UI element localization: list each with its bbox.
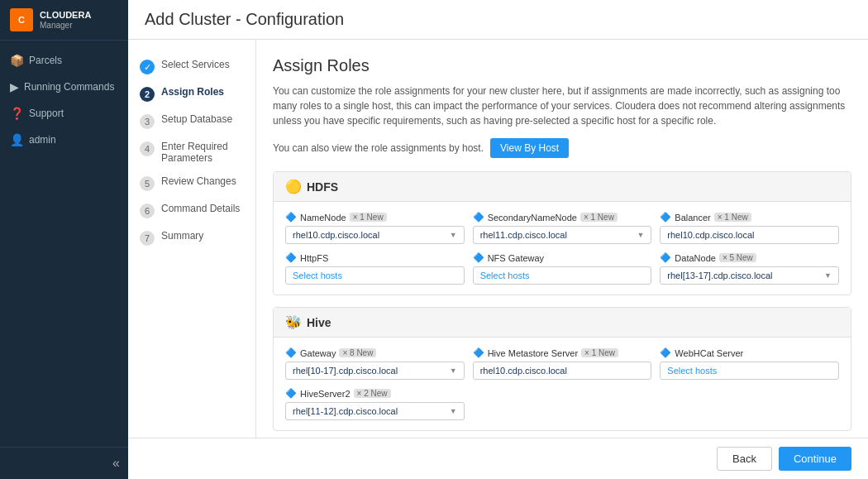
sidebar-item-parcels-label: Parcels	[29, 55, 62, 66]
role-input-0-0[interactable]: rhel10.cdp.cisco.local▼	[285, 226, 465, 244]
role-value-text-1-1: rhel10.cdp.cisco.local	[480, 366, 567, 376]
role-item-0-1: 🔷SecondaryNameNode× 1 Newrhel11.cdp.cisc…	[473, 212, 652, 244]
service-header-1: 🐝 Hive	[274, 308, 851, 338]
role-value-text-0-1: rhel11.cdp.cisco.local	[480, 230, 567, 240]
role-type-icon-0-1: 🔷	[473, 212, 484, 223]
sidebar-item-admin-label: admin	[29, 134, 56, 146]
role-count-0-5: × 5 New	[719, 253, 756, 262]
role-input-1-0[interactable]: rhel[10-17].cdp.cisco.local▼	[285, 362, 465, 380]
role-name-text-1-3: HiveServer2	[300, 389, 351, 399]
running-commands-icon: ▶	[10, 80, 19, 93]
role-placeholder-0-4: Select hosts	[480, 271, 530, 280]
page-header: Add Cluster - Configuration	[128, 0, 868, 40]
role-name-text-1-0: Gateway	[300, 348, 336, 358]
sidebar-item-support-label: Support	[29, 108, 64, 119]
role-type-icon-0-3: 🔷	[285, 252, 297, 263]
main-panel: Assign RolesYou can customize the role a…	[256, 40, 868, 438]
wizard-step-3[interactable]: 4Enter Required Parameters	[128, 135, 255, 170]
role-value-text-0-2: rhel10.cdp.cisco.local	[667, 230, 754, 240]
wizard-step-6[interactable]: 7Summary	[128, 224, 255, 251]
role-input-0-2[interactable]: rhel10.cdp.cisco.local	[660, 226, 839, 244]
service-body-0: 🔷NameNode× 1 Newrhel10.cdp.cisco.local▼🔷…	[274, 202, 851, 295]
view-host-line: You can also view the role assignments b…	[273, 138, 851, 158]
role-placeholder-0-3: Select hosts	[293, 271, 342, 280]
sidebar-item-admin[interactable]: 👤 admin	[0, 127, 128, 153]
service-icon-1: 🐝	[285, 314, 302, 330]
role-item-0-4: 🔷NFS GatewaySelect hosts	[473, 252, 652, 285]
step-label-2: Setup Database	[161, 113, 232, 125]
role-type-icon-0-4: 🔷	[473, 252, 484, 263]
continue-button[interactable]: Continue	[779, 447, 851, 471]
step-number-0: ✓	[140, 60, 155, 74]
service-name-1: Hive	[307, 316, 331, 329]
service-name-0: HDFS	[307, 180, 338, 194]
role-input-0-4[interactable]: Select hosts	[473, 266, 652, 285]
wizard-step-5[interactable]: 6Command Details	[128, 197, 255, 224]
service-header-0: 🟡 HDFS	[274, 172, 851, 202]
sidebar-item-support[interactable]: ❓ Support	[0, 100, 128, 127]
role-item-1-4	[473, 388, 652, 420]
step-number-3: 4	[140, 141, 155, 156]
role-placeholder-1-2: Select hosts	[667, 366, 717, 376]
role-input-0-3[interactable]: Select hosts	[285, 266, 465, 285]
role-value-text-1-3: rhel[11-12].cdp.cisco.local	[293, 406, 398, 416]
wizard-step-2[interactable]: 3Setup Database	[128, 108, 255, 135]
role-count-0-1: × 1 New	[580, 213, 618, 222]
role-name-text-0-0: NameNode	[300, 213, 346, 223]
role-item-0-2: 🔷Balancer× 1 Newrhel10.cdp.cisco.local	[660, 212, 839, 244]
role-input-0-1[interactable]: rhel11.cdp.cisco.local▼	[473, 226, 652, 244]
role-value-text-0-5: rhel[13-17].cdp.cisco.local	[667, 271, 772, 280]
support-icon: ❓	[10, 107, 24, 120]
role-type-icon-1-3: 🔷	[285, 388, 297, 399]
role-count-0-0: × 1 New	[350, 213, 387, 222]
role-item-0-0: 🔷NameNode× 1 Newrhel10.cdp.cisco.local▼	[285, 212, 465, 244]
role-count-1-1: × 1 New	[581, 348, 618, 357]
role-label-0-1: 🔷SecondaryNameNode× 1 New	[473, 212, 652, 223]
sidebar-item-parcels[interactable]: 📦 Parcels	[0, 47, 128, 74]
wizard-step-0[interactable]: ✓Select Services	[128, 53, 255, 80]
dropdown-arrow-0-5: ▼	[824, 271, 832, 280]
wizard-steps: ✓Select Services2Assign Roles3Setup Data…	[128, 40, 256, 438]
role-count-0-2: × 1 New	[714, 213, 751, 222]
step-number-1: 2	[140, 87, 155, 102]
role-item-1-0: 🔷Gateway× 8 Newrhel[10-17].cdp.cisco.loc…	[285, 347, 465, 380]
role-label-1-0: 🔷Gateway× 8 New	[285, 347, 465, 358]
role-input-1-1[interactable]: rhel10.cdp.cisco.local	[473, 362, 652, 380]
step-number-2: 3	[140, 114, 155, 129]
sidebar-item-running-commands-label: Running Commands	[24, 81, 114, 93]
dropdown-arrow-1-3: ▼	[450, 407, 457, 415]
role-count-1-3: × 2 New	[354, 389, 391, 398]
step-label-6: Summary	[161, 230, 203, 242]
service-icon-0: 🟡	[285, 179, 302, 194]
logo-title: CLOUDERA	[40, 10, 91, 21]
role-item-1-1: 🔷Hive Metastore Server× 1 Newrhel10.cdp.…	[473, 347, 652, 380]
step-label-5: Command Details	[161, 203, 240, 214]
service-section-hdfs: 🟡 HDFS🔷NameNode× 1 Newrhel10.cdp.cisco.l…	[273, 171, 851, 295]
step-label-1: Assign Roles	[161, 86, 224, 98]
sidebar-item-running-commands[interactable]: ▶ Running Commands	[0, 74, 128, 100]
role-item-1-2: 🔷WebHCat ServerSelect hosts	[660, 347, 839, 380]
view-by-host-button[interactable]: View By Host	[490, 138, 569, 158]
wizard-step-1[interactable]: 2Assign Roles	[128, 80, 255, 108]
role-input-1-3[interactable]: rhel[11-12].cdp.cisco.local▼	[285, 402, 465, 420]
role-label-1-1: 🔷Hive Metastore Server× 1 New	[473, 347, 652, 358]
role-label-0-4: 🔷NFS Gateway	[473, 252, 652, 263]
role-label-0-0: 🔷NameNode× 1 New	[285, 212, 465, 223]
role-label-1-2: 🔷WebHCat Server	[660, 347, 839, 358]
role-name-text-1-1: Hive Metastore Server	[488, 348, 578, 358]
role-type-icon-1-0: 🔷	[285, 347, 297, 358]
role-type-icon-1-1: 🔷	[473, 347, 484, 358]
role-label-0-3: 🔷HttpFS	[285, 252, 465, 263]
role-input-1-2[interactable]: Select hosts	[660, 362, 839, 380]
step-label-4: Review Changes	[161, 175, 236, 187]
role-type-icon-0-2: 🔷	[660, 212, 671, 223]
wizard-step-4[interactable]: 5Review Changes	[128, 170, 255, 197]
role-value-text-1-0: rhel[10-17].cdp.cisco.local	[293, 366, 398, 376]
role-item-1-3: 🔷HiveServer2× 2 Newrhel[11-12].cdp.cisco…	[285, 388, 465, 420]
roles-grid-1: 🔷Gateway× 8 Newrhel[10-17].cdp.cisco.loc…	[285, 347, 839, 420]
back-button[interactable]: Back	[717, 447, 772, 471]
view-host-text: You can also view the role assignments b…	[273, 142, 484, 154]
content-area: ✓Select Services2Assign Roles3Setup Data…	[128, 40, 868, 438]
role-input-0-5[interactable]: rhel[13-17].cdp.cisco.local▼	[660, 266, 839, 285]
sidebar-collapse-button[interactable]: «	[0, 453, 128, 474]
